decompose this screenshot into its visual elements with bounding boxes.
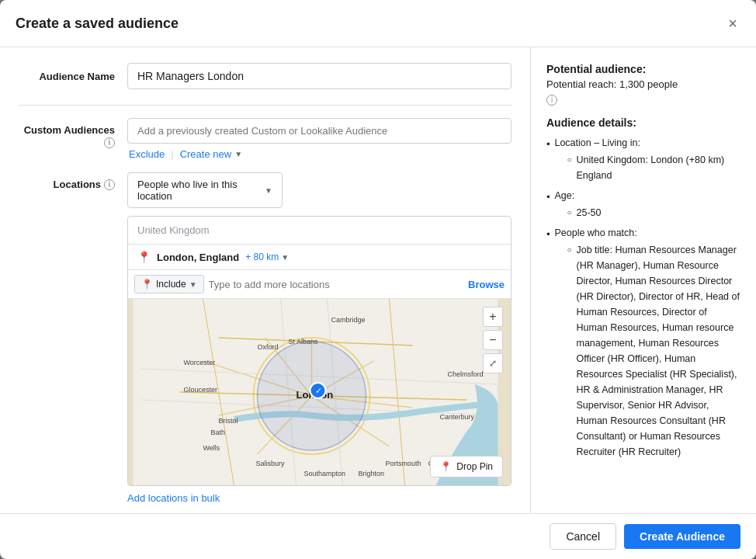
chevron-down-icon: ▼ — [234, 150, 242, 158]
cancel-button[interactable]: Cancel — [550, 523, 616, 550]
locations-info-icon[interactable]: i — [104, 179, 115, 190]
location-country: United Kingdom — [128, 217, 511, 245]
svg-text:Southampton: Southampton — [304, 470, 346, 477]
locations-content: People who live in this location ▼ Unite… — [127, 172, 512, 504]
location-sub-item: United Kingdom: London (+80 km) England — [567, 152, 740, 183]
pipe-separator: | — [171, 148, 173, 160]
potential-audience-info-icon[interactable]: i — [546, 95, 557, 106]
exclude-link[interactable]: Exclude — [129, 148, 165, 160]
custom-audience-input[interactable] — [127, 118, 512, 144]
location-radius[interactable]: + 80 km ▼ — [245, 252, 289, 262]
svg-text:Bristol: Bristol — [219, 417, 238, 425]
potential-reach: Potential reach: 1,300 people — [546, 78, 740, 90]
map-container[interactable]: Cambridge Worcester Gloucester Bristol B… — [128, 299, 511, 485]
include-dropdown[interactable]: 📍 Include ▼ — [134, 275, 204, 293]
modal-title: Create a saved audience — [16, 16, 179, 32]
location-pin-icon: 📍 — [137, 251, 151, 263]
audience-details: Audience details: Location – Living in: … — [546, 116, 740, 461]
radius-chevron-icon: ▼ — [281, 253, 289, 262]
svg-text:Bath: Bath — [211, 429, 226, 436]
expand-map-button[interactable]: ⤢ — [483, 353, 503, 373]
location-search-input[interactable] — [209, 279, 463, 290]
svg-text:Gloucester: Gloucester — [184, 386, 218, 394]
svg-text:Worcester: Worcester — [184, 359, 216, 366]
map-controls: + − ⤢ — [483, 307, 503, 373]
people-match-item: People who match: Job title: Human Resou… — [546, 225, 740, 461]
svg-text:Cambridge: Cambridge — [331, 316, 366, 324]
svg-text:Salisbury: Salisbury — [256, 460, 286, 467]
age-sub-item: 25-50 — [567, 205, 601, 220]
modal-header: Create a saved audience × — [0, 0, 756, 47]
exclude-create-row: Exclude | Create new ▼ — [129, 148, 512, 160]
divider — [19, 105, 512, 106]
potential-audience-title: Potential audience: — [546, 63, 740, 75]
location-box: United Kingdom 📍 London, England + 80 km… — [127, 216, 512, 486]
locations-section: Locations i People who live in this loca… — [19, 172, 512, 504]
include-search-row: 📍 Include ▼ Browse — [128, 270, 511, 299]
location-dropdown-chevron-icon: ▼ — [265, 186, 272, 195]
create-new-button[interactable]: Create new ▼ — [180, 148, 242, 160]
svg-text:Oxford: Oxford — [258, 343, 279, 351]
location-detail-item: Location – Living in: United Kingdom: Lo… — [546, 135, 740, 185]
zoom-out-button[interactable]: − — [483, 330, 503, 350]
location-type-value: People who live in this location — [137, 179, 265, 202]
svg-text:St Albans: St Albans — [289, 338, 319, 345]
browse-button[interactable]: Browse — [468, 279, 505, 290]
custom-audiences-label: Custom Audiences i — [19, 118, 127, 148]
svg-text:Portsmouth: Portsmouth — [386, 460, 421, 467]
create-new-label: Create new — [180, 148, 231, 160]
add-bulk-link[interactable]: Add locations in bulk — [127, 492, 220, 504]
custom-audiences-section: Custom Audiences i Exclude | Create new … — [19, 118, 512, 160]
create-audience-button[interactable]: Create Audience — [624, 524, 740, 549]
close-button[interactable]: × — [725, 12, 740, 34]
modal-dialog: Create a saved audience × Audience Name … — [0, 0, 756, 559]
modal-body: Audience Name Custom Audiences i Exclude — [0, 47, 756, 513]
include-chevron-icon: ▼ — [189, 280, 197, 289]
include-pin-icon: 📍 — [141, 279, 153, 290]
location-type-dropdown[interactable]: People who live in this location ▼ — [127, 172, 283, 208]
svg-text:Chelmsford: Chelmsford — [448, 370, 484, 378]
right-panel: Potential audience: Potential reach: 1,3… — [531, 47, 756, 513]
svg-text:Canterbury: Canterbury — [440, 413, 475, 421]
audience-details-title: Audience details: — [546, 116, 740, 129]
left-panel: Audience Name Custom Audiences i Exclude — [0, 47, 531, 513]
drop-pin-label: Drop Pin — [456, 461, 493, 472]
audience-name-input[interactable] — [127, 63, 512, 89]
include-label: Include — [156, 279, 186, 290]
age-detail-item: Age: 25-50 — [546, 188, 740, 222]
custom-audiences-content: Exclude | Create new ▼ — [127, 118, 512, 160]
audience-name-row: Audience Name — [19, 63, 512, 89]
svg-text:Brighton: Brighton — [359, 470, 385, 477]
svg-text:Wells: Wells — [203, 444, 220, 452]
details-list: Location – Living in: United Kingdom: Lo… — [546, 135, 740, 461]
job-title-sub-item: Job title: Human Resources Manager (HR M… — [567, 242, 740, 460]
zoom-in-button[interactable]: + — [483, 307, 503, 327]
modal-footer: Cancel Create Audience — [0, 513, 756, 559]
location-item: 📍 London, England + 80 km ▼ — [128, 245, 511, 270]
audience-name-label: Audience Name — [19, 71, 127, 82]
custom-audiences-info-icon[interactable]: i — [104, 137, 115, 148]
modal-overlay: Create a saved audience × Audience Name … — [0, 0, 756, 559]
locations-label: Locations i — [19, 172, 127, 190]
drop-pin-icon: 📍 — [440, 461, 452, 472]
drop-pin-button[interactable]: 📍 Drop Pin — [430, 456, 503, 477]
location-city: London, England — [157, 252, 239, 263]
svg-text:✓: ✓ — [315, 386, 322, 395]
